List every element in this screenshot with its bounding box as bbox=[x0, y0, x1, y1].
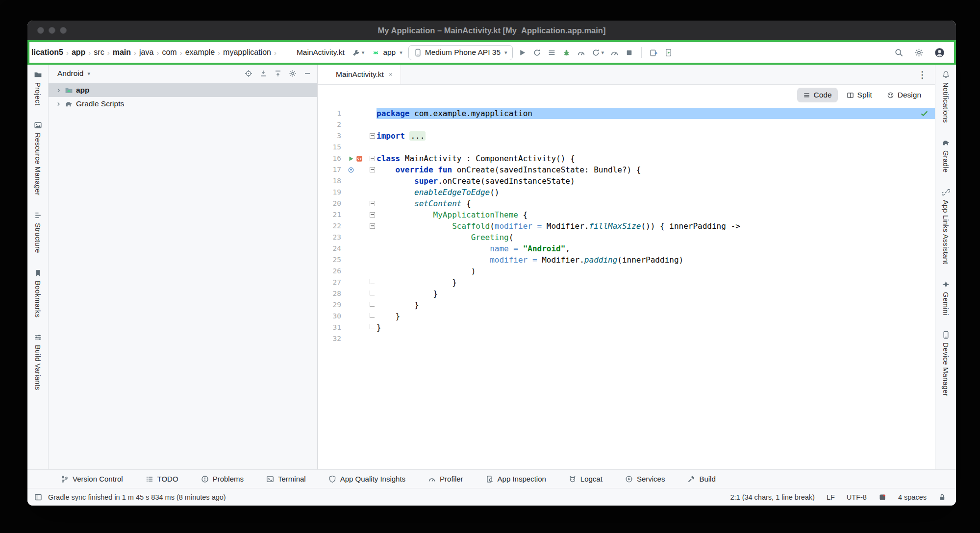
code-line[interactable]: 26 ) bbox=[318, 266, 935, 277]
hide-panel-button[interactable] bbox=[303, 70, 311, 77]
apply-changes-button[interactable] bbox=[531, 47, 543, 58]
profile-button[interactable] bbox=[576, 47, 587, 58]
restart-activity-dropdown[interactable]: ▾ bbox=[590, 47, 606, 58]
code-line[interactable]: 32 bbox=[318, 333, 935, 344]
tool-stripe-notifications[interactable]: Notifications bbox=[942, 71, 950, 123]
breadcrumb-item-com[interactable]: com bbox=[162, 48, 176, 57]
view-mode-code-button[interactable]: Code bbox=[797, 88, 838, 102]
run-gutter-icon[interactable] bbox=[348, 155, 354, 162]
close-window-button[interactable] bbox=[37, 27, 44, 34]
code-line[interactable]: 25 modifier = Modifier.padding(innerPadd… bbox=[318, 254, 935, 266]
device-selector-dropdown[interactable]: Medium Phone API 35 ▾ bbox=[408, 45, 513, 60]
expand-all-button[interactable] bbox=[259, 70, 267, 77]
tree-item-gradle-scripts[interactable]: Gradle Scripts bbox=[49, 97, 317, 111]
close-tab-icon[interactable] bbox=[388, 72, 394, 77]
tool-window-todo[interactable]: TODO bbox=[143, 474, 181, 484]
code-line[interactable]: 31} bbox=[318, 322, 935, 333]
running-devices-button[interactable] bbox=[663, 47, 674, 58]
code-line[interactable]: 18 super.onCreate(savedInstanceState) bbox=[318, 175, 935, 187]
tool-stripe-device-manager[interactable]: Device Manager bbox=[942, 331, 950, 396]
fold-marker[interactable] bbox=[370, 156, 375, 161]
build-tool-dropdown[interactable]: ▾ bbox=[351, 47, 366, 58]
tool-window-app-quality-insights[interactable]: App Quality Insights bbox=[326, 474, 408, 484]
view-mode-design-button[interactable]: Design bbox=[881, 88, 927, 102]
tree-item-app[interactable]: app bbox=[49, 83, 317, 97]
breadcrumb-item-lication5[interactable]: lication5 bbox=[31, 48, 63, 57]
tool-stripe-app-links-assistant[interactable]: App Links Assistant bbox=[942, 188, 950, 264]
breadcrumb-file[interactable]: MainActivity.kt bbox=[283, 47, 347, 58]
run-button[interactable] bbox=[517, 47, 528, 58]
minimize-window-button[interactable] bbox=[49, 27, 55, 34]
profiler-low-overhead-button[interactable] bbox=[609, 47, 620, 58]
fold-marker[interactable] bbox=[370, 212, 375, 218]
tool-stripe-structure[interactable]: Structure bbox=[34, 211, 42, 253]
tab-options-icon[interactable]: ⋮ bbox=[910, 69, 935, 80]
panel-options-button[interactable] bbox=[289, 70, 297, 77]
tool-window-app-inspection[interactable]: App Inspection bbox=[483, 474, 549, 484]
code-line[interactable]: 30 } bbox=[318, 311, 935, 322]
tool-stripe-gemini[interactable]: Gemini bbox=[942, 280, 950, 315]
tool-window-logcat[interactable]: Logcat bbox=[566, 474, 605, 484]
tool-stripe-project[interactable]: Project bbox=[34, 71, 42, 105]
breadcrumb-item-myapplication[interactable]: myapplication bbox=[223, 48, 271, 57]
tool-stripe-bookmarks[interactable]: Bookmarks bbox=[34, 269, 42, 317]
tool-stripe-build-variants[interactable]: Build Variants bbox=[34, 333, 42, 390]
compose-icon[interactable] bbox=[356, 155, 363, 162]
tool-window-version-control[interactable]: Version Control bbox=[58, 474, 126, 484]
code-line[interactable]: 29 } bbox=[318, 299, 935, 311]
inspection-passed-icon[interactable] bbox=[920, 109, 929, 118]
tool-stripe-resource-manager[interactable]: Resource Manager bbox=[34, 121, 42, 195]
search-everywhere-button[interactable] bbox=[893, 47, 905, 59]
view-mode-split-button[interactable]: Split bbox=[841, 88, 878, 102]
code-editor[interactable]: 1package com.example.myapplication23impo… bbox=[318, 105, 935, 469]
caret-position[interactable]: 2:1 (34 chars, 1 line break) bbox=[730, 493, 814, 501]
fold-marker[interactable] bbox=[370, 133, 375, 139]
chevron-right-icon[interactable] bbox=[55, 101, 62, 107]
code-line[interactable]: 16class MainActivity : ComponentActivity… bbox=[318, 153, 935, 164]
run-configuration-dropdown[interactable]: app ▾ bbox=[370, 47, 404, 58]
lock-icon[interactable] bbox=[938, 493, 946, 501]
settings-button[interactable] bbox=[913, 47, 925, 59]
debug-button[interactable] bbox=[561, 47, 572, 58]
locate-selected-file-button[interactable] bbox=[245, 70, 252, 77]
overrides-method-icon[interactable] bbox=[348, 167, 354, 173]
code-line[interactable]: 22 Scaffold(modifier = Modifier.fillMaxS… bbox=[318, 220, 935, 232]
code-line[interactable]: 15 bbox=[318, 142, 935, 153]
collapse-all-button[interactable] bbox=[274, 70, 282, 77]
code-line[interactable]: 17 override fun onCreate(savedInstanceSt… bbox=[318, 164, 935, 175]
code-line[interactable]: 1package com.example.myapplication bbox=[318, 108, 935, 119]
code-line[interactable]: 2 bbox=[318, 119, 935, 130]
chevron-right-icon[interactable] bbox=[55, 87, 62, 94]
code-line[interactable]: 23 Greeting( bbox=[318, 232, 935, 243]
breadcrumb-item-example[interactable]: example bbox=[185, 48, 215, 57]
tool-window-problems[interactable]: Problems bbox=[198, 474, 247, 484]
editor-tab[interactable]: MainActivity.kt bbox=[318, 65, 401, 84]
device-mirroring-button[interactable] bbox=[648, 47, 659, 58]
fold-marker[interactable] bbox=[370, 201, 375, 206]
tool-window-terminal[interactable]: Terminal bbox=[263, 474, 309, 484]
tool-window-services[interactable]: Services bbox=[622, 474, 668, 484]
code-line[interactable]: 19 enableEdgeToEdge() bbox=[318, 187, 935, 198]
code-line[interactable]: 28 } bbox=[318, 288, 935, 299]
code-line[interactable]: 24 name = "Android", bbox=[318, 243, 935, 254]
breadcrumb-item-src[interactable]: src bbox=[94, 48, 104, 57]
profile-avatar-button[interactable] bbox=[933, 46, 946, 59]
code-line[interactable]: 20 setContent { bbox=[318, 198, 935, 209]
breadcrumb-item-app[interactable]: app bbox=[72, 48, 85, 57]
tool-window-profiler[interactable]: Profiler bbox=[425, 474, 466, 484]
code-line[interactable]: 21 MyApplicationTheme { bbox=[318, 209, 935, 220]
indent-setting[interactable]: 4 spaces bbox=[898, 493, 927, 501]
tool-stripe-gradle[interactable]: Gradle bbox=[942, 139, 950, 172]
code-line[interactable]: 3import ... bbox=[318, 130, 935, 142]
stop-button[interactable] bbox=[624, 47, 635, 58]
fold-marker[interactable] bbox=[370, 167, 375, 172]
fold-marker[interactable] bbox=[370, 223, 375, 229]
project-view-dropdown[interactable]: Android ▾ bbox=[54, 69, 93, 78]
file-encoding[interactable]: UTF-8 bbox=[847, 493, 867, 501]
apply-code-changes-button[interactable] bbox=[546, 47, 557, 58]
breadcrumb-item-java[interactable]: java bbox=[139, 48, 153, 57]
line-separator[interactable]: LF bbox=[827, 493, 835, 501]
zoom-window-button[interactable] bbox=[60, 27, 67, 34]
code-line[interactable]: 27 } bbox=[318, 277, 935, 288]
breadcrumb-item-main[interactable]: main bbox=[113, 48, 131, 57]
